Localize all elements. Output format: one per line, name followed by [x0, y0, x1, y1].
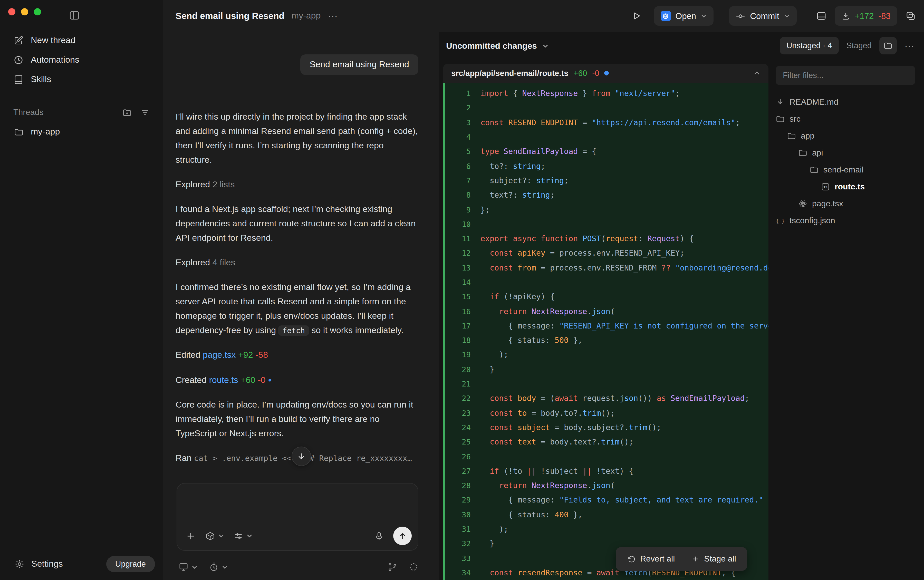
- clock-icon: [13, 55, 24, 65]
- changes-menu-button[interactable]: ⋯: [904, 40, 915, 51]
- chevron-down-icon: [191, 564, 198, 570]
- staged-tab[interactable]: Staged: [847, 41, 871, 50]
- code-text: export async function POST(request: Requ…: [471, 234, 768, 243]
- changes-title[interactable]: Uncommitted changes: [446, 41, 537, 51]
- changes-body: src/app/api/send-email/route.ts +60 -0 1…: [439, 59, 924, 580]
- file-tree-item-app[interactable]: app: [776, 127, 915, 144]
- diff-code: 1import { NextResponse } from "next/serv…: [443, 83, 768, 580]
- file-tree-item-tsconfig.json[interactable]: { }tsconfig.json: [776, 212, 915, 229]
- diff-file-header[interactable]: src/app/api/send-email/route.ts +60 -0: [443, 64, 768, 83]
- braces-icon: { }: [776, 216, 785, 225]
- new-folder-icon[interactable]: [122, 107, 132, 117]
- tools-selector[interactable]: [234, 531, 252, 541]
- file-tree-label: route.ts: [835, 182, 865, 191]
- file-tree-item-route.ts[interactable]: TSroute.ts: [776, 178, 915, 195]
- filter-sort-icon[interactable]: [140, 107, 150, 117]
- open-button-label: Open: [675, 11, 696, 21]
- window-controls: [8, 8, 41, 15]
- settings-label[interactable]: Settings: [31, 559, 63, 569]
- thread-project: my-app: [292, 11, 321, 21]
- diff-stats-button[interactable]: +172 -83: [835, 6, 897, 26]
- run-button[interactable]: [631, 11, 642, 21]
- file-tree-item-README.md[interactable]: README.md: [776, 94, 915, 110]
- line-number: 24: [445, 423, 471, 432]
- line-number: 18: [445, 336, 471, 344]
- assistant-paragraph: Edited page.tsx +92 -58: [176, 348, 418, 362]
- file-tree-item-page.tsx[interactable]: page.tsx: [776, 195, 915, 212]
- thread-menu-button[interactable]: ⋯: [328, 10, 338, 22]
- code-text: subject?: string;: [471, 176, 768, 185]
- unstaged-tab[interactable]: Unstaged · 4: [780, 37, 839, 54]
- total-removed: -83: [878, 11, 891, 21]
- model-selector[interactable]: [205, 531, 224, 541]
- sidebar-item-skills[interactable]: Skills: [5, 70, 158, 89]
- line-number: 16: [445, 307, 471, 315]
- file-tree-label: README.md: [789, 97, 838, 107]
- attach-plus-icon[interactable]: [185, 531, 196, 541]
- file-view-toggle-button[interactable]: [880, 37, 897, 54]
- topbar-actions: Open Commit +172 -83: [631, 6, 916, 26]
- commit-button[interactable]: Commit: [729, 6, 797, 26]
- code-line: 14: [445, 275, 768, 290]
- scroll-to-bottom-button[interactable]: [292, 447, 311, 466]
- zoom-window-button[interactable]: [34, 8, 41, 15]
- chevron-down-icon: [784, 13, 790, 19]
- stage-all-button[interactable]: Stage all: [683, 547, 744, 571]
- text-run: Created: [176, 375, 209, 385]
- folder-icon: [776, 114, 785, 124]
- file-tree-label: tsconfig.json: [789, 216, 835, 225]
- text-run: Edited: [176, 350, 203, 360]
- revert-all-button[interactable]: Revert all: [619, 547, 683, 571]
- commit-button-label: Commit: [750, 11, 779, 21]
- minimize-window-button[interactable]: [21, 8, 28, 15]
- line-number: 34: [445, 569, 471, 577]
- code-line: 23 const to = body.to?.trim();: [445, 406, 768, 420]
- history-selector[interactable]: [209, 562, 228, 572]
- status-circle-icon[interactable]: [408, 562, 418, 572]
- close-window-button[interactable]: [8, 8, 15, 15]
- topbar: Send email using Resend my-app ⋯ Open Co…: [163, 0, 924, 32]
- file-removed: -0: [592, 69, 600, 78]
- code-text: const apiKey = process.env.RESEND_API_KE…: [471, 249, 768, 258]
- line-number: 12: [445, 249, 471, 257]
- code-line: 3const RESEND_ENDPOINT = "https://api.re…: [445, 115, 768, 130]
- filter-files-input[interactable]: [776, 66, 915, 85]
- changes-panel: Uncommitted changes Unstaged · 4 Staged …: [439, 32, 924, 580]
- code-text: );: [471, 524, 768, 534]
- line-number: 23: [445, 409, 471, 417]
- bottom-panel-icon[interactable]: [816, 11, 827, 21]
- microphone-icon[interactable]: [374, 531, 384, 541]
- upgrade-button[interactable]: Upgrade: [106, 556, 155, 572]
- line-number: 7: [445, 176, 471, 185]
- line-number: 5: [445, 148, 471, 156]
- chevron-down-icon: [701, 13, 707, 19]
- line-number: 31: [445, 525, 471, 533]
- code-line: 1import { NextResponse } from "next/serv…: [445, 86, 768, 101]
- file-tree-item-src[interactable]: src: [776, 110, 915, 127]
- git-branch-icon[interactable]: [387, 562, 397, 572]
- send-button[interactable]: [393, 527, 412, 545]
- line-number: 28: [445, 481, 471, 490]
- split-view-icon[interactable]: [906, 11, 916, 21]
- message-input-box[interactable]: [176, 483, 418, 551]
- file-link[interactable]: route.ts: [209, 375, 238, 385]
- sidebar-toggle-button[interactable]: [69, 10, 80, 21]
- code-line: 19 );: [445, 348, 768, 362]
- text-run: +92: [238, 350, 253, 360]
- code-text: const text = body.text?.trim();: [471, 438, 768, 447]
- text-run: Ran: [176, 453, 194, 463]
- code-line: 21: [445, 377, 768, 391]
- text-run: Core code is in place. I’m updating env/…: [176, 400, 413, 438]
- text-run: Explored: [176, 258, 212, 267]
- line-number: 11: [445, 234, 471, 243]
- file-tree-item-send-email[interactable]: send-email: [776, 161, 915, 178]
- sidebar-item-new-thread[interactable]: New thread: [5, 31, 158, 50]
- file-tree-item-api[interactable]: api: [776, 144, 915, 161]
- thread-item-my-app[interactable]: my-app: [5, 122, 158, 142]
- sliders-icon: [234, 531, 243, 541]
- sidebar-item-automations[interactable]: Automations: [5, 50, 158, 70]
- sidebar-footer: Settings Upgrade: [0, 548, 163, 580]
- file-link[interactable]: page.tsx: [203, 350, 236, 360]
- environment-selector[interactable]: [179, 562, 198, 572]
- open-button[interactable]: Open: [654, 6, 714, 26]
